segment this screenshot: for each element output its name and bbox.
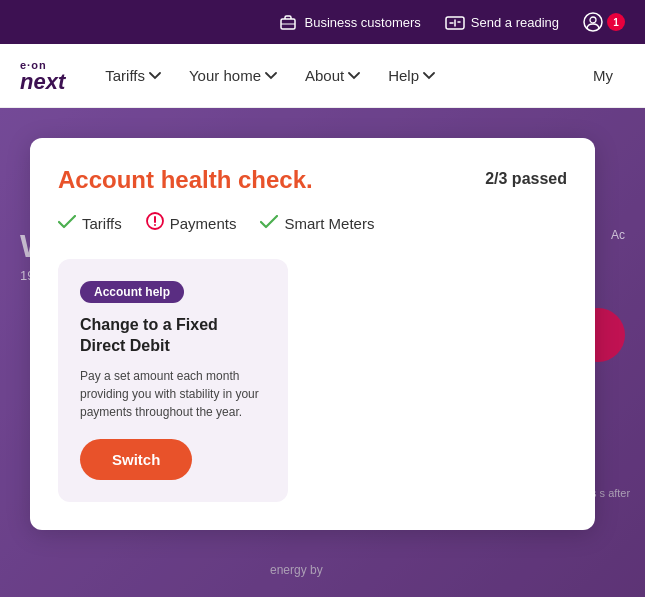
modal-header: Account health check. 2/3 passed bbox=[58, 166, 567, 194]
checks-row: Tariffs Payments Smart Meters bbox=[58, 212, 567, 235]
logo[interactable]: e·on next bbox=[20, 59, 65, 93]
nav-my[interactable]: My bbox=[581, 59, 625, 92]
check-tariffs: Tariffs bbox=[58, 214, 122, 234]
main-nav: e·on next Tariffs Your home About Help M… bbox=[0, 44, 645, 108]
business-customers-link[interactable]: Business customers bbox=[278, 12, 420, 32]
meter-icon bbox=[445, 12, 465, 32]
nav-your-home[interactable]: Your home bbox=[177, 59, 289, 92]
nav-my-label: My bbox=[593, 67, 613, 84]
nav-about-label: About bbox=[305, 67, 344, 84]
check-smart-meters: Smart Meters bbox=[260, 214, 374, 234]
switch-button[interactable]: Switch bbox=[80, 439, 192, 480]
send-reading-link[interactable]: Send a reading bbox=[445, 12, 559, 32]
briefcase-icon bbox=[278, 12, 298, 32]
nav-items: Tariffs Your home About Help My bbox=[93, 59, 625, 92]
chevron-down-icon bbox=[423, 72, 435, 80]
check-smart-meters-label: Smart Meters bbox=[284, 215, 374, 232]
chevron-down-icon bbox=[149, 72, 161, 80]
check-warn-icon bbox=[146, 212, 164, 235]
nav-tariffs[interactable]: Tariffs bbox=[93, 59, 173, 92]
logo-next: next bbox=[20, 71, 65, 93]
send-reading-label: Send a reading bbox=[471, 15, 559, 30]
svg-point-4 bbox=[590, 17, 596, 23]
check-payments: Payments bbox=[146, 212, 237, 235]
chevron-down-icon bbox=[265, 72, 277, 80]
check-payments-label: Payments bbox=[170, 215, 237, 232]
nav-about[interactable]: About bbox=[293, 59, 372, 92]
nav-your-home-label: Your home bbox=[189, 67, 261, 84]
account-icon bbox=[583, 12, 603, 32]
modal-overlay: Account health check. 2/3 passed Tariffs bbox=[0, 108, 645, 597]
nav-tariffs-label: Tariffs bbox=[105, 67, 145, 84]
nav-help-label: Help bbox=[388, 67, 419, 84]
notification-badge: 1 bbox=[607, 13, 625, 31]
card-title: Change to a Fixed Direct Debit bbox=[80, 315, 266, 357]
info-card: Account help Change to a Fixed Direct De… bbox=[58, 259, 288, 502]
check-ok-icon-2 bbox=[260, 214, 278, 234]
passed-badge: 2/3 passed bbox=[485, 170, 567, 188]
account-link[interactable]: 1 bbox=[583, 12, 625, 32]
top-utility-bar: Business customers Send a reading 1 bbox=[0, 0, 645, 44]
card-tag: Account help bbox=[80, 281, 184, 303]
nav-help[interactable]: Help bbox=[376, 59, 447, 92]
business-customers-label: Business customers bbox=[304, 15, 420, 30]
check-tariffs-label: Tariffs bbox=[82, 215, 122, 232]
card-description: Pay a set amount each month providing yo… bbox=[80, 367, 266, 421]
check-ok-icon bbox=[58, 214, 76, 234]
svg-point-7 bbox=[154, 224, 156, 226]
chevron-down-icon bbox=[348, 72, 360, 80]
modal-title: Account health check. bbox=[58, 166, 313, 194]
health-check-modal: Account health check. 2/3 passed Tariffs bbox=[30, 138, 595, 530]
